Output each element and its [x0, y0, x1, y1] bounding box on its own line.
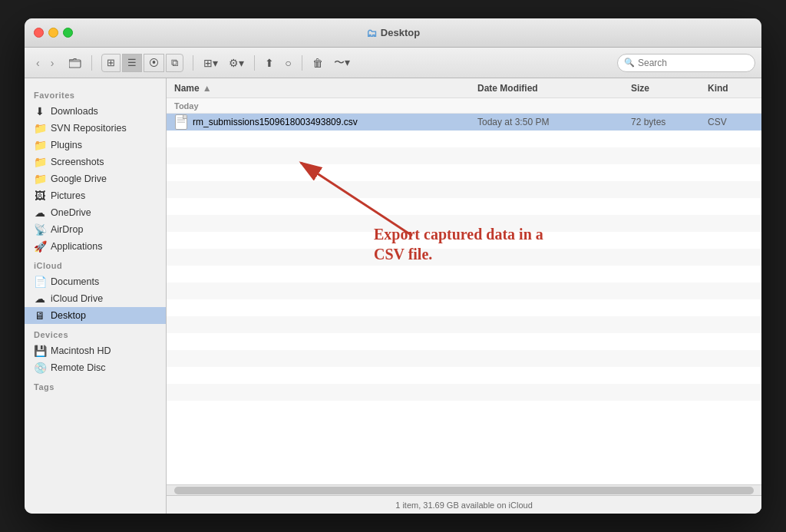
file-list: Today rm_: [167, 98, 761, 484]
sidebar-item-icloud-drive[interactable]: ☁ iCloud Drive: [25, 290, 166, 307]
horizontal-scrollbar[interactable]: [167, 484, 761, 495]
svn-icon: 📁: [34, 122, 46, 134]
empty-row: [167, 147, 761, 164]
sidebar-item-plugins[interactable]: 📁 Plugins: [25, 137, 166, 154]
empty-row: [167, 299, 761, 316]
window-title: 🗂 Desktop: [366, 27, 420, 39]
tags-section-title: Tags: [25, 376, 166, 395]
minimize-button[interactable]: [48, 28, 58, 38]
airdrop-icon: 📡: [34, 223, 46, 236]
main-content: Favorites ⬇ Downloads 📁 SVN Repositories…: [25, 78, 761, 514]
search-input[interactable]: [638, 58, 748, 68]
sort-arrow: ▲: [203, 83, 212, 94]
status-bar: 1 item, 31.69 GB available on iCloud: [167, 495, 761, 514]
title-bar: 🗂 Desktop: [25, 18, 761, 48]
separator-4: [302, 55, 302, 71]
sidebar-item-screenshots[interactable]: 📁 Screenshots: [25, 154, 166, 170]
csv-file-icon: [174, 114, 188, 131]
sidebar-item-label: Applications: [51, 241, 102, 252]
kind-column-header[interactable]: Kind: [700, 78, 761, 97]
favorites-section-title: Favorites: [25, 84, 166, 103]
folder-icon: 🗂: [366, 27, 377, 39]
sidebar-item-airdrop[interactable]: 📡 AirDrop: [25, 221, 166, 238]
google-drive-icon: 📁: [34, 173, 46, 185]
sidebar-item-label: iCloud Drive: [51, 293, 103, 304]
separator-2: [193, 55, 193, 71]
table-row[interactable]: rm_submissions1509618003493809.csv Today…: [167, 114, 761, 131]
screenshots-icon: 📁: [34, 156, 46, 168]
file-name: rm_submissions1509618003493809.csv: [193, 117, 358, 127]
sidebar-item-label: Google Drive: [51, 173, 107, 184]
sidebar-item-remote-disc[interactable]: 💿 Remote Disc: [25, 359, 166, 376]
search-icon: 🔍: [624, 58, 635, 68]
gallery-view-button[interactable]: ⧉: [166, 54, 183, 72]
separator-1: [91, 55, 92, 71]
empty-row: [167, 384, 761, 401]
action-button[interactable]: ⚙▾: [225, 55, 248, 71]
onedrive-icon: ☁: [34, 207, 46, 219]
empty-row: [167, 316, 761, 333]
file-kind-cell: CSV: [700, 114, 761, 131]
finder-window: 🗂 Desktop ‹ › ⊞ ☰ ⦿ ⧉ ⊞▾ ⚙▾ ⬆ ○: [25, 18, 761, 514]
sidebar-item-label: Remote Disc: [51, 362, 106, 373]
group-label: Today: [167, 98, 761, 114]
sidebar-item-label: Plugins: [51, 140, 82, 150]
icon-view-button[interactable]: ⊞: [101, 54, 121, 72]
icloud-section-title: iCloud: [25, 255, 166, 273]
sidebar-item-label: AirDrop: [51, 224, 83, 235]
sidebar-item-applications[interactable]: 🚀 Applications: [25, 238, 166, 255]
empty-row: [167, 215, 761, 232]
sidebar-item-onedrive[interactable]: ☁ OneDrive: [25, 204, 166, 221]
name-column-header[interactable]: Name ▲: [167, 78, 470, 97]
sidebar-item-label: OneDrive: [51, 207, 91, 218]
scrollbar-thumb[interactable]: [174, 487, 754, 494]
plugins-icon: 📁: [34, 139, 46, 151]
back-button[interactable]: ‹: [31, 55, 45, 71]
sidebar-item-downloads[interactable]: ⬇ Downloads: [25, 103, 166, 120]
toolbar: ‹ › ⊞ ☰ ⦿ ⧉ ⊞▾ ⚙▾ ⬆ ○ 🗑 〜▾ 🔍: [25, 48, 761, 78]
size-column-header[interactable]: Size: [623, 78, 700, 97]
sidebar-item-desktop[interactable]: 🖥 Desktop: [25, 307, 166, 324]
status-text: 1 item, 31.69 GB available on iCloud: [395, 501, 533, 510]
airdrop-share-button[interactable]: 〜▾: [330, 54, 354, 72]
traffic-lights: [34, 28, 73, 38]
empty-row: [167, 181, 761, 198]
delete-button[interactable]: 🗑: [309, 55, 327, 71]
sidebar: Favorites ⬇ Downloads 📁 SVN Repositories…: [25, 78, 167, 514]
empty-row: [167, 131, 761, 147]
sidebar-item-label: Downloads: [51, 106, 98, 117]
empty-row: [167, 266, 761, 283]
desktop-icon: 🖥: [34, 309, 46, 322]
sidebar-item-google-drive[interactable]: 📁 Google Drive: [25, 170, 166, 187]
macintosh-hd-icon: 💾: [34, 345, 46, 357]
file-size-cell: 72 bytes: [623, 114, 700, 131]
downloads-icon: ⬇: [34, 105, 46, 117]
tag-button[interactable]: ○: [281, 55, 295, 71]
search-box: 🔍: [617, 54, 755, 72]
forward-button[interactable]: ›: [45, 55, 60, 71]
close-button[interactable]: [34, 28, 44, 38]
sidebar-item-label: Documents: [51, 276, 99, 287]
file-name-cell: rm_submissions1509618003493809.csv: [167, 114, 470, 131]
sidebar-item-macintosh-hd[interactable]: 💾 Macintosh HD: [25, 342, 166, 359]
sidebar-item-pictures[interactable]: 🖼 Pictures: [25, 187, 166, 204]
sidebar-item-documents[interactable]: 📄 Documents: [25, 273, 166, 290]
applications-icon: 🚀: [34, 240, 46, 253]
separator-3: [254, 55, 255, 71]
sidebar-item-svn[interactable]: 📁 SVN Repositories: [25, 120, 166, 137]
parent-folder-button[interactable]: [65, 55, 85, 71]
share-button[interactable]: ⬆: [261, 55, 278, 71]
file-date-cell: Today at 3:50 PM: [470, 114, 623, 131]
sidebar-item-label: Screenshots: [51, 157, 104, 167]
date-column-header[interactable]: Date Modified: [470, 78, 623, 97]
sidebar-item-label: Pictures: [51, 190, 85, 201]
maximize-button[interactable]: [63, 28, 73, 38]
sidebar-item-label: SVN Repositories: [51, 123, 127, 134]
arrange-button[interactable]: ⊞▾: [200, 55, 222, 71]
empty-row: [167, 283, 761, 299]
column-view-button[interactable]: ⦿: [144, 54, 164, 72]
documents-icon: 📄: [34, 276, 46, 288]
pictures-icon: 🖼: [34, 190, 46, 202]
empty-row: [167, 367, 761, 384]
list-view-button[interactable]: ☰: [122, 54, 142, 72]
